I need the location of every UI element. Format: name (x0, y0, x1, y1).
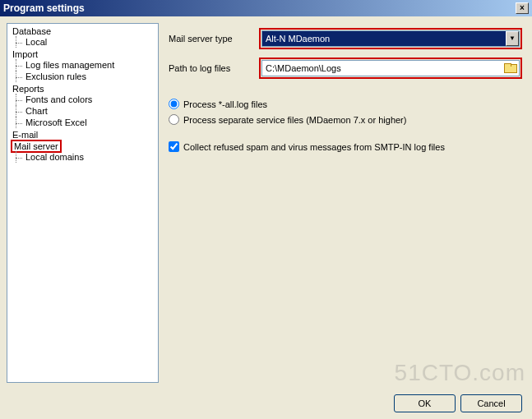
tree-import-exclusion[interactable]: Exclusion rules (24, 71, 88, 81)
path-label: Path to log files (169, 63, 259, 73)
tree-database-local[interactable]: Local (24, 37, 49, 47)
button-row: OK Cancel (7, 389, 525, 412)
radio-all-label: Process *-all.log files (183, 99, 267, 109)
checkbox-collect[interactable] (169, 141, 179, 152)
path-highlight: C:\MDaemon\Logs (259, 58, 522, 79)
tree-import-logmgmt[interactable]: Log files management (24, 60, 116, 70)
title-bar: Program settings × (0, 0, 532, 16)
settings-panel: Mail server type Alt-N MDaemon ▼ Path to… (165, 23, 525, 389)
radio-separate-label: Process separate service files (MDaemon … (183, 115, 406, 125)
dialog-body: Database Local Import Log files manageme… (0, 16, 532, 419)
tree-import[interactable]: Import (11, 49, 39, 59)
server-type-value: Alt-N MDaemon (266, 34, 330, 44)
nav-tree[interactable]: Database Local Import Log files manageme… (7, 23, 159, 383)
window-title: Program settings (3, 0, 85, 16)
tree-email[interactable]: E-mail (11, 130, 39, 140)
checkbox-collect-label: Collect refused spam and virus messages … (183, 142, 445, 152)
chevron-down-icon[interactable]: ▼ (506, 31, 519, 46)
radio-all-log[interactable] (169, 99, 179, 109)
server-type-label: Mail server type (169, 34, 259, 44)
tree-database[interactable]: Database (11, 26, 53, 36)
tree-reports-excel[interactable]: Microsoft Excel (24, 117, 89, 127)
tree-reports[interactable]: Reports (11, 84, 46, 94)
folder-icon[interactable] (504, 63, 516, 73)
path-input[interactable]: C:\MDaemon\Logs (261, 60, 520, 76)
server-type-dropdown[interactable]: Alt-N MDaemon ▼ (261, 30, 520, 47)
tree-mailserver-localdomains[interactable]: Local domains (24, 152, 86, 162)
cancel-button[interactable]: Cancel (460, 394, 522, 412)
radio-separate[interactable] (169, 114, 179, 125)
tree-reports-chart[interactable]: Chart (24, 106, 49, 116)
close-button[interactable]: × (516, 2, 529, 14)
tree-reports-fonts[interactable]: Fonts and colors (24, 94, 94, 104)
path-value: C:\MDaemon\Logs (266, 63, 341, 73)
server-type-highlight: Alt-N MDaemon ▼ (259, 28, 522, 49)
ok-button[interactable]: OK (394, 394, 456, 412)
